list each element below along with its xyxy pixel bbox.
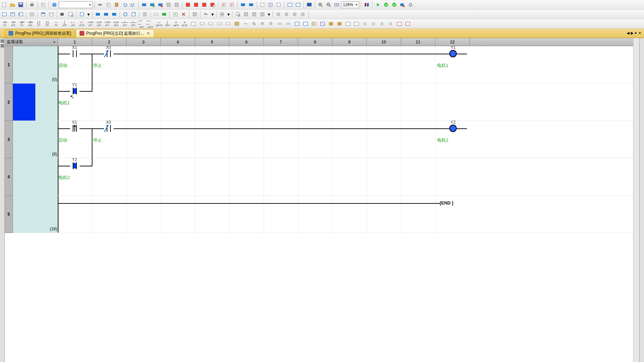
ld-edit-13[interactable] (395, 20, 403, 28)
ld-edit-10[interactable] (369, 20, 378, 28)
view-btn-3[interactable] (17, 11, 24, 18)
vertical-scrollbar[interactable] (633, 38, 639, 362)
col-header[interactable]: 6 (229, 38, 264, 46)
ld-find2[interactable] (259, 20, 267, 28)
col-header[interactable]: 7 (264, 38, 298, 46)
ld-edit-11[interactable] (378, 20, 386, 28)
ld-contact-nc[interactable]: ⊣/⊢F6 (18, 20, 26, 28)
convert-btn-dd[interactable]: ▾ (86, 11, 90, 18)
nav-button-3[interactable] (275, 1, 282, 8)
ld-coil[interactable]: ( )F7 (35, 20, 43, 28)
list-btn[interactable] (141, 11, 149, 18)
ld-misc-5[interactable] (224, 20, 232, 28)
ld-edit-9[interactable] (361, 20, 369, 28)
ld-find3[interactable] (267, 20, 275, 28)
copy-button[interactable] (39, 1, 47, 8)
redo-button[interactable] (129, 1, 137, 8)
coil-Y2[interactable] (449, 125, 457, 132)
view-btn-6[interactable] (48, 11, 55, 18)
sim-button-1[interactable] (239, 1, 247, 8)
dev-box-3[interactable] (110, 11, 118, 18)
misc-7-dd[interactable]: ▾ (226, 11, 230, 18)
ld-edit-4[interactable] (318, 20, 327, 28)
grid-btn-1[interactable] (275, 11, 282, 18)
nav-prev[interactable] (242, 11, 250, 18)
bookmark-btn[interactable] (130, 11, 137, 18)
ld-misc-9[interactable] (284, 20, 292, 28)
misc-4[interactable] (180, 11, 187, 18)
nav-button-2[interactable] (267, 1, 274, 8)
ladder-row[interactable]: Y1 电机1 ↖ (58, 84, 633, 121)
rail-icon-2[interactable] (1, 44, 4, 48)
undo-button[interactable] (121, 1, 128, 8)
tab-ld-monitor[interactable]: ProgPou [PRG] [LD] 监视执行... ✕ (76, 29, 154, 37)
tab-nav-prev[interactable]: ◀ (627, 31, 629, 35)
tab-local-label[interactable]: ProgPou [PRG] [局部标签设置] (5, 29, 75, 37)
ld-edit-1[interactable] (293, 20, 301, 28)
ld-edit-14[interactable] (404, 20, 412, 28)
search-doc[interactable] (234, 11, 242, 18)
ld-rise-or[interactable]: ⊣↑⊢aF7 (103, 20, 111, 28)
copy2-button[interactable] (105, 1, 112, 8)
contact-X0-nc[interactable] (104, 50, 114, 57)
ld-edit-7[interactable] (344, 20, 352, 28)
tab-nav-menu[interactable]: ▾ (635, 31, 637, 35)
find-button[interactable] (59, 11, 66, 18)
ladder-row[interactable]: X1 启动 X0 停止 Y1 电机1 (58, 46, 633, 84)
misc-2[interactable] (160, 11, 168, 18)
ld-misc-6[interactable] (233, 20, 241, 28)
contact-Y1-latch[interactable] (70, 88, 80, 94)
nav-dd[interactable]: ▾ (267, 11, 271, 18)
ladder-row[interactable]: [END ] (58, 196, 633, 233)
zoom-combo[interactable]: 126%▾ (341, 1, 359, 8)
ld-edit-6[interactable] (335, 20, 344, 28)
coil-Y1[interactable] (449, 50, 457, 57)
ld-misc-4[interactable] (215, 20, 224, 28)
ladder-row[interactable]: X1 启动 X0 停止 Y2 电机2 (58, 121, 633, 158)
row-number[interactable]: 4 (5, 158, 13, 196)
col-header[interactable]: 3 (126, 38, 161, 46)
ld-inv2[interactable]: —/—sF6 (129, 20, 137, 28)
grid-btn-3[interactable] (291, 11, 298, 18)
window-button-2[interactable] (294, 1, 302, 8)
dev-box-1[interactable] (94, 11, 102, 18)
left-dock-rail[interactable] (0, 38, 5, 362)
contact-X0-nc[interactable] (104, 125, 114, 132)
dev-box-2[interactable] (102, 11, 110, 18)
row-number[interactable]: 2 (5, 84, 13, 121)
sim-button-2[interactable] (247, 1, 255, 8)
new-file-button[interactable] (1, 1, 8, 8)
window-button-1[interactable] (286, 1, 294, 8)
tool-1[interactable] (165, 1, 172, 8)
misc-7[interactable]: ⚙ (218, 11, 226, 18)
col-header[interactable]: 8 (298, 38, 332, 46)
refresh-button[interactable] (407, 1, 414, 8)
rebuild-button[interactable] (228, 1, 236, 8)
misc-6[interactable] (202, 11, 210, 18)
grid-btn-4[interactable] (299, 11, 307, 18)
ld-hline2[interactable]: —caF10 (155, 20, 163, 28)
ld-misc-8[interactable] (276, 20, 284, 28)
help-button[interactable]: ? (51, 1, 58, 8)
dev-button-1[interactable] (140, 1, 148, 8)
ld-vline2[interactable]: │aF9 (163, 20, 172, 28)
plc-diag-button[interactable] (209, 1, 216, 8)
ld-fall[interactable]: ⊣↓⊢sF8 (95, 20, 103, 28)
col-header[interactable]: 2 (92, 38, 126, 46)
ld-app[interactable]: [ ]F8 (43, 20, 51, 28)
refresh-btn-2[interactable] (122, 11, 129, 18)
row-number[interactable]: 1 (5, 46, 13, 84)
zoom-out-button[interactable] (325, 1, 332, 8)
plc-verify-button[interactable] (201, 1, 208, 8)
misc-5[interactable] (191, 11, 198, 18)
ld-contact-or[interactable]: ⊣⊢sF5 (9, 20, 17, 28)
grid-btn-2[interactable] (283, 11, 290, 18)
misc-6-dd[interactable]: ▾ (210, 11, 214, 18)
ld-misc-3[interactable] (207, 20, 215, 28)
zoom-in-button[interactable] (317, 1, 324, 8)
plc-read-button[interactable] (184, 1, 192, 8)
ld-fall-or[interactable]: ⊣↓⊢aF8 (112, 20, 120, 28)
ld-edit-5[interactable] (327, 20, 335, 28)
monitor-button[interactable] (306, 1, 313, 8)
col-header[interactable]: 12 (435, 38, 470, 46)
